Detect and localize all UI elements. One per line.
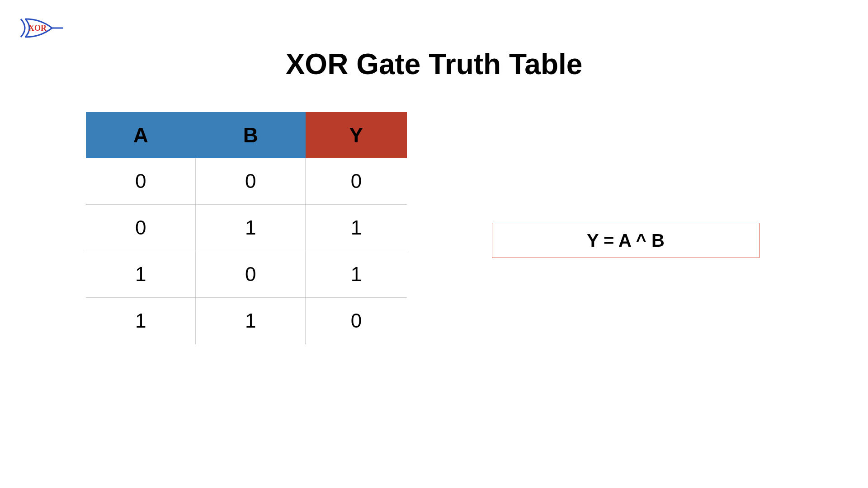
cell-b: 0 [196, 158, 306, 205]
page-title: XOR Gate Truth Table [0, 47, 868, 81]
cell-y: 0 [306, 158, 407, 205]
cell-b: 0 [196, 251, 306, 298]
formula-text: Y = A ^ B [587, 230, 665, 251]
table-row: 0 0 0 [86, 158, 407, 205]
table-header-row: A B Y [86, 112, 407, 158]
cell-a: 1 [86, 251, 196, 298]
table-row: 1 1 0 [86, 298, 407, 344]
cell-a: 0 [86, 158, 196, 205]
cell-b: 1 [196, 205, 306, 251]
header-b: B [196, 112, 306, 158]
truth-table: A B Y 0 0 0 0 1 1 1 0 1 1 1 [86, 112, 407, 344]
header-y: Y [306, 112, 407, 158]
cell-y: 0 [306, 298, 407, 344]
formula-box: Y = A ^ B [492, 223, 760, 258]
table-row: 1 0 1 [86, 251, 407, 298]
header-a: A [86, 112, 196, 158]
logo-text: XOR [28, 23, 47, 33]
xor-gate-logo-icon: XOR [18, 14, 68, 43]
table-row: 0 1 1 [86, 205, 407, 251]
cell-a: 0 [86, 205, 196, 251]
cell-b: 1 [196, 298, 306, 344]
cell-y: 1 [306, 251, 407, 298]
cell-a: 1 [86, 298, 196, 344]
cell-y: 1 [306, 205, 407, 251]
